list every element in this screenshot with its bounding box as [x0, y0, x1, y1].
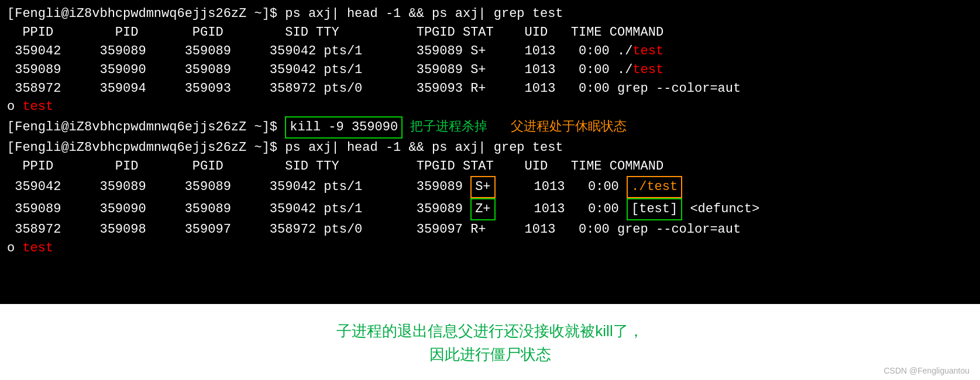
- terminal-area: [Fengli@iZ8vbhcpwdmnwq6ejjs26zZ ~]$ ps a…: [0, 0, 980, 304]
- bottom-panel: 子进程的退出信息父进行还没接收就被kill了， 因此进行僵尸状态 CSDN @F…: [0, 304, 980, 380]
- stat-sp-box: S+: [470, 176, 495, 198]
- o-test-line-2: o test: [7, 239, 973, 258]
- ps-row-2a: 359089 359090 359089 359042 pts/1 359089…: [7, 61, 973, 80]
- prompt-2: [Fengli@iZ8vbhcpwdmnwq6ejjs26zZ ~]$: [7, 118, 285, 137]
- test-label-1: test: [22, 98, 53, 116]
- prompt-1: [Fengli@iZ8vbhcpwdmnwq6ejjs26zZ ~]$ ps a…: [7, 5, 563, 23]
- command-line-2: [Fengli@iZ8vbhcpwdmnwq6ejjs26zZ ~]$ ps a…: [7, 139, 973, 157]
- annotation-sleep: 父进程处于休眠状态: [511, 118, 627, 137]
- kill-command-line: [Fengli@iZ8vbhcpwdmnwq6ejjs26zZ ~]$ kill…: [7, 116, 973, 139]
- bottom-text-area: 子进程的退出信息父进行还没接收就被kill了， 因此进行僵尸状态: [336, 319, 643, 367]
- bottom-line-2: 因此进行僵尸状态: [336, 343, 643, 366]
- ps-row-3b: 358972 359098 359097 358972 pts/0 359097…: [7, 220, 973, 239]
- bottom-line-1: 子进程的退出信息父进行还没接收就被kill了，: [336, 319, 643, 343]
- stat-zp-box: Z+: [470, 198, 495, 220]
- cmd-test-box-1: ./test: [627, 176, 682, 198]
- kill-command-box: kill -9 359090: [285, 116, 403, 139]
- prompt-3: [Fengli@iZ8vbhcpwdmnwq6ejjs26zZ ~]$ ps a…: [7, 139, 563, 157]
- ps-row-1b: 359042 359089 359089 359042 pts/1 359089…: [7, 176, 973, 198]
- test-label-2: test: [22, 239, 53, 258]
- csdn-label: CSDN @Fengliguantou: [883, 366, 969, 375]
- cmd-test-box-2: [test]: [627, 198, 682, 220]
- ps-row-1a: 359042 359089 359089 359042 pts/1 359089…: [7, 42, 973, 61]
- o-test-line-1: o test: [7, 98, 973, 116]
- annotation-kill: 把子进程杀掉: [403, 118, 487, 137]
- ps-row-2b: 359089 359090 359089 359042 pts/1 359089…: [7, 198, 973, 220]
- ps-row-3a: 358972 359094 359093 358972 pts/0 359093…: [7, 80, 973, 98]
- command-line-1: [Fengli@iZ8vbhcpwdmnwq6ejjs26zZ ~]$ ps a…: [7, 5, 973, 23]
- ps-header-2: PPID PID PGID SID TTY TPGID STAT UID TIM…: [7, 157, 973, 176]
- ps-header-1: PPID PID PGID SID TTY TPGID STAT UID TIM…: [7, 23, 973, 42]
